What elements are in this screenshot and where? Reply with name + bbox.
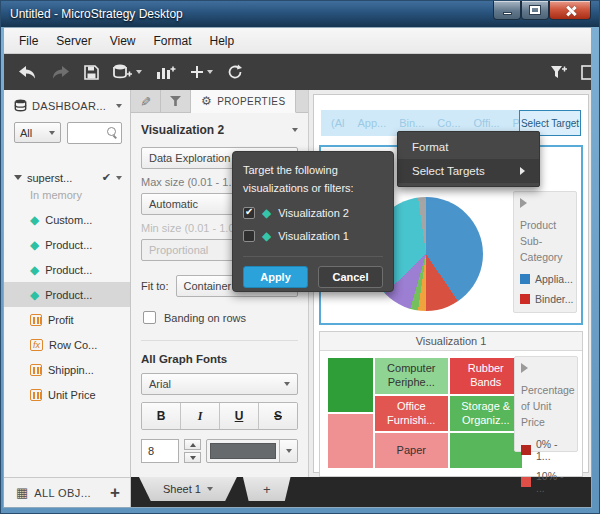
tree-item[interactable]: Product... <box>4 257 130 282</box>
stepper-up-button[interactable] <box>184 439 201 450</box>
bold-button[interactable]: B <box>142 403 181 429</box>
cancel-button[interactable]: Cancel <box>318 266 383 288</box>
visualization-selector[interactable]: Visualization 2 <box>141 121 298 147</box>
attribute-icon <box>30 213 39 227</box>
legend-item[interactable]: 10% - ... <box>521 470 571 494</box>
context-menu-format[interactable]: Format <box>398 135 539 159</box>
legend-item[interactable]: Applia... <box>520 273 570 285</box>
tree-item[interactable]: Product... <box>4 232 130 257</box>
sidebar-header[interactable]: DASHBOAR... <box>4 90 130 118</box>
panel-toggle-button[interactable] <box>581 65 591 80</box>
treemap-cell[interactable]: Paper <box>374 432 448 469</box>
font-color-dropdown[interactable] <box>206 439 298 463</box>
popup-option[interactable]: Visualization 1 <box>243 229 383 243</box>
filter-chip[interactable]: App... <box>357 117 386 129</box>
undo-button[interactable] <box>18 65 37 80</box>
sheet-tab[interactable]: Sheet 1 <box>139 477 237 501</box>
tree-item-label: Product... <box>45 264 92 276</box>
legend-swatch <box>521 445 531 455</box>
close-button[interactable] <box>549 1 591 20</box>
legend-item[interactable]: Binder... <box>520 293 570 305</box>
tab-filter[interactable] <box>161 90 191 112</box>
pencil-icon <box>140 94 151 109</box>
viz2-legend: Product Sub-Category Applia... Binder... <box>513 191 577 313</box>
search-input[interactable] <box>67 122 122 144</box>
menu-format[interactable]: Format <box>144 30 200 52</box>
filter-chip[interactable]: Bin... <box>399 117 424 129</box>
legend-collapse-icon[interactable] <box>520 198 527 208</box>
menu-help[interactable]: Help <box>201 30 244 52</box>
treemap-cell[interactable] <box>327 413 374 469</box>
dataset-caret-icon[interactable] <box>116 176 122 180</box>
tree-item-label: Unit Price <box>48 389 96 401</box>
all-objects-label: ALL OBJ... <box>34 487 104 499</box>
tree-item[interactable]: Profit <box>4 307 130 332</box>
all-objects-footer[interactable]: ALL OBJ... + <box>4 477 130 507</box>
treemap-cell[interactable]: Storage & Organiz... <box>449 395 523 432</box>
tree-item[interactable]: Unit Price <box>4 382 130 407</box>
treemap-cell[interactable] <box>327 357 374 413</box>
font-family-dropdown[interactable]: Arial <box>141 373 298 395</box>
treemap-cell-label: Rubber Bands <box>452 362 520 390</box>
apply-button[interactable]: Apply <box>243 266 308 288</box>
add-visualization-button[interactable] <box>156 64 176 80</box>
add-data-button[interactable] <box>113 64 142 80</box>
visualization-1-checkbox[interactable] <box>243 230 255 242</box>
add-object-button[interactable]: + <box>110 483 120 503</box>
legend-item[interactable]: 0% - 1... <box>521 438 571 462</box>
tab-edit[interactable] <box>131 90 161 112</box>
dataset-status: In memory <box>4 187 130 207</box>
minimize-button[interactable] <box>493 1 521 20</box>
filter-chip[interactable]: Offi... <box>474 117 500 129</box>
treemap-cell[interactable]: Rubber Bands <box>449 357 523 395</box>
popup-option[interactable]: Visualization 2 <box>243 206 383 220</box>
visualization-1-panel[interactable]: Visualization 1 Computer Periphe...Offic… <box>319 331 583 477</box>
stepper-down-button[interactable] <box>184 452 201 463</box>
treemap-cell[interactable] <box>449 432 523 469</box>
tree-item[interactable]: Custom... <box>4 207 130 232</box>
font-size-input[interactable] <box>141 439 179 463</box>
maximize-button[interactable] <box>521 1 549 20</box>
object-filter-dropdown[interactable]: All <box>14 122 61 143</box>
toolbar <box>4 54 591 90</box>
attribute-icon <box>30 238 39 252</box>
banding-checkbox[interactable] <box>143 311 156 324</box>
tree-item[interactable]: Row Co... <box>4 332 130 357</box>
context-menu-item-label: Format <box>412 141 448 153</box>
add-sheet-button[interactable]: + <box>243 477 291 501</box>
treemap-cell-label: Office Furnishi... <box>377 400 445 428</box>
insert-button[interactable] <box>190 65 213 79</box>
metric-icon <box>30 364 42 376</box>
popup-message-line1: Target the following <box>243 162 383 180</box>
tree-item-label: Product... <box>45 239 92 251</box>
sheet-tab-caret-icon[interactable] <box>207 487 213 491</box>
legend-collapse-icon[interactable] <box>521 363 528 373</box>
filter-chip[interactable]: Co... <box>437 117 460 129</box>
context-menu-select-targets[interactable]: Select Targets <box>398 159 539 183</box>
dataset-root[interactable]: superst... <box>4 168 130 187</box>
treemap-cell[interactable]: Computer Periphe... <box>374 357 448 395</box>
refresh-button[interactable] <box>227 64 243 80</box>
context-menu-item-label: Select Targets <box>412 165 485 177</box>
strikethrough-button[interactable]: S <box>259 403 297 429</box>
tree-item-selected[interactable]: Product... <box>4 282 130 307</box>
redo-button[interactable] <box>51 65 70 80</box>
filter-chip[interactable]: (Al <box>331 117 344 129</box>
menu-bar: File Server View Format Help <box>4 28 591 54</box>
function-icon <box>30 339 43 351</box>
menu-server[interactable]: Server <box>47 30 100 52</box>
italic-button[interactable]: I <box>181 403 220 429</box>
visualization-2-checkbox[interactable] <box>243 207 255 219</box>
save-button[interactable] <box>84 65 99 80</box>
sheet-tab-label: Sheet 1 <box>163 483 201 495</box>
tree-item[interactable]: Shippin... <box>4 357 130 382</box>
underline-button[interactable]: U <box>220 403 259 429</box>
treemap-cell[interactable]: Office Furnishi... <box>374 395 448 432</box>
maximize-icon <box>530 6 540 14</box>
color-caret-button[interactable] <box>279 440 297 462</box>
menu-view[interactable]: View <box>101 30 145 52</box>
add-filter-button[interactable] <box>550 65 567 80</box>
tab-properties[interactable]: PROPERTIES <box>191 90 296 113</box>
menu-file[interactable]: File <box>10 30 47 52</box>
expand-icon[interactable] <box>14 175 22 180</box>
